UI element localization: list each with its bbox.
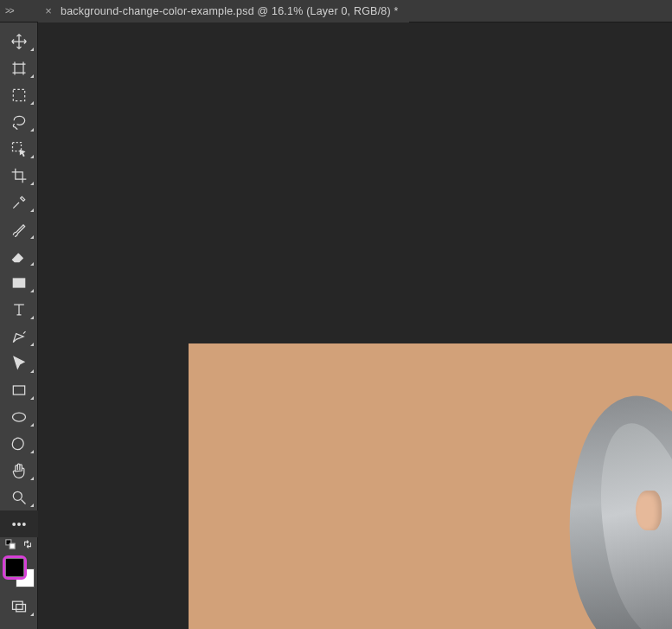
close-tab-icon[interactable]: × (43, 5, 54, 16)
default-colors-icon[interactable] (5, 537, 16, 553)
document-tab[interactable]: × background-change-color-example.psd @ … (38, 0, 409, 22)
edit-toolbar-tool[interactable] (0, 510, 38, 537)
marquee-icon (10, 87, 28, 104)
document-tab-title: background-change-color-example.psd @ 16… (61, 5, 399, 17)
swap-colors-icon[interactable] (22, 537, 33, 553)
svg-point-7 (17, 523, 20, 525)
quick-select-tool[interactable] (0, 135, 38, 162)
ellipse-shape-tool[interactable] (0, 403, 38, 430)
svg-rect-2 (13, 279, 24, 287)
eyedropper-tool[interactable] (0, 189, 38, 215)
document-canvas[interactable] (189, 343, 672, 629)
zoom-tool[interactable] (0, 484, 38, 510)
eraser-icon (10, 247, 28, 265)
screen-mode-tool[interactable] (0, 593, 38, 619)
hand-tool[interactable] (0, 457, 38, 484)
eraser-tool[interactable] (0, 242, 38, 269)
move-icon (10, 33, 28, 50)
crop-icon (10, 167, 28, 184)
quick-select-icon (10, 140, 28, 157)
type-tool[interactable] (0, 296, 38, 323)
brush-icon (10, 221, 28, 238)
svg-rect-3 (13, 386, 24, 395)
svg-rect-10 (10, 543, 15, 549)
svg-point-4 (12, 413, 25, 421)
eyedropper-icon (10, 194, 28, 211)
rectangle-icon (10, 382, 28, 399)
tools-panel (0, 22, 38, 629)
custom-shape-tool[interactable] (0, 430, 38, 457)
svg-point-8 (22, 523, 25, 525)
blob-icon (10, 435, 28, 452)
artboard-icon (10, 60, 28, 77)
zoom-icon (10, 489, 28, 506)
crop-tool[interactable] (0, 162, 38, 189)
foreground-color-swatch[interactable] (5, 558, 24, 577)
svg-rect-12 (16, 604, 25, 611)
ellipse-icon (10, 408, 28, 426)
brush-tool[interactable] (0, 215, 38, 242)
lasso-tool[interactable] (0, 108, 38, 135)
rect-marquee-tool[interactable] (0, 81, 38, 108)
svg-rect-0 (13, 89, 24, 100)
svg-point-5 (13, 491, 22, 500)
screen-mode-icon (10, 598, 28, 615)
artboard-tool[interactable] (0, 55, 38, 81)
gradient-tool[interactable] (0, 269, 38, 296)
svg-point-6 (12, 523, 15, 525)
svg-rect-11 (12, 601, 22, 609)
gradient-icon (10, 274, 28, 292)
lasso-icon (10, 113, 28, 131)
rectangle-shape-tool[interactable] (0, 376, 38, 403)
hand-icon (10, 462, 28, 479)
path-select-tool[interactable] (0, 350, 38, 376)
canvas-area[interactable] (38, 22, 672, 629)
move-tool[interactable] (0, 28, 38, 55)
pen-tool[interactable] (0, 323, 38, 350)
color-swatches (0, 555, 38, 589)
pen-icon (10, 328, 28, 345)
type-icon (10, 301, 28, 318)
document-tab-bar: >> × background-change-color-example.psd… (0, 0, 672, 22)
edit-toolbar-icon (10, 516, 28, 533)
photo-ear (636, 491, 662, 530)
cursor-icon (10, 355, 28, 372)
expand-panels-icon[interactable]: >> (0, 0, 38, 22)
